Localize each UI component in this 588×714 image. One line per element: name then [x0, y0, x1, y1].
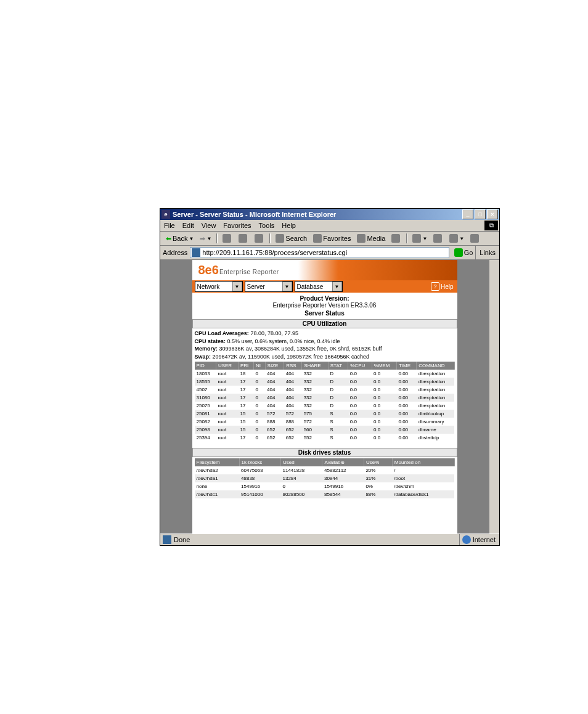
table-row: 18033root180404404332D0.00.00:00dbexpira… — [195, 370, 455, 378]
go-icon — [454, 248, 463, 257]
table-row: /dev/hda148838132843094431%/boot — [195, 474, 455, 482]
history-icon — [391, 234, 400, 243]
product-version-label: Product Version: — [192, 295, 457, 302]
proc-col-pri: PRI — [238, 362, 253, 370]
security-zone: Internet — [459, 534, 499, 545]
chevron-down-icon: ▼ — [232, 282, 242, 291]
search-button[interactable]: Search — [272, 233, 310, 244]
address-input[interactable]: http://209.11.161.75:88/process/serverst… — [190, 247, 449, 258]
cpu-stats: CPU Load Averages: 78.00, 78.00, 77.95 C… — [192, 330, 457, 360]
menu-tools[interactable]: Tools — [255, 222, 279, 229]
proc-col-share: SHARE — [302, 362, 329, 370]
chevron-down-icon: ▼ — [332, 282, 342, 291]
brand-logo: 8e6 Enterprise Reporter — [198, 263, 279, 277]
table-row: 25098root150652652560S0.00.00:00dbname — [195, 426, 455, 434]
proc-col-%mem: %MEM — [372, 362, 396, 370]
address-bar: Address http://209.11.161.75:88/process/… — [160, 246, 499, 260]
forward-button[interactable]: ➡▼ — [197, 233, 214, 244]
product-version-value: Enterprise Reporter Version ER3.3.06 — [192, 302, 457, 309]
disk-col: Available — [322, 458, 364, 466]
database-dropdown[interactable]: Database▼ — [295, 281, 343, 292]
menu-file[interactable]: File — [160, 222, 179, 229]
proc-col-time: TIME — [396, 362, 416, 370]
table-row: 25082root150888888572S0.00.00:00dbsummar… — [195, 418, 455, 426]
disk-col: Mounted on — [392, 458, 454, 466]
disk-col: Use% — [364, 458, 392, 466]
minimize-button[interactable]: _ — [462, 209, 473, 219]
print-icon — [433, 234, 442, 243]
cpu-section-header: CPU Utilization — [192, 319, 457, 328]
table-row: /dev/hda260475068114418284588211220%/ — [195, 466, 455, 474]
window-title: Server - Server Status - Microsoft Inter… — [173, 211, 461, 218]
disk-col: Filesystem — [195, 458, 240, 466]
menu-view[interactable]: View — [198, 222, 220, 229]
refresh-button[interactable] — [235, 233, 251, 244]
titlebar: e Server - Server Status - Microsoft Int… — [160, 209, 499, 220]
mail-icon — [412, 234, 421, 243]
discuss-button[interactable] — [467, 233, 483, 244]
table-row: 25075root170404404332D0.00.00:00dbexpira… — [195, 402, 455, 410]
media-icon — [357, 234, 365, 243]
links-button[interactable]: Links — [475, 246, 499, 259]
page-content: 8e6 Enterprise Reporter Network▼ Server▼ — [192, 260, 457, 533]
nav-dropdown-bar: Network▼ Server▼ Database▼ ? Help — [192, 280, 457, 293]
table-row: 25081root150572572575S0.00.00:00dbnblook… — [195, 410, 455, 418]
proc-col-command: COMMAND — [417, 362, 454, 370]
edit-button[interactable]: ▼ — [446, 233, 467, 244]
go-button[interactable]: Go — [452, 248, 476, 257]
proc-col-ni: NI — [254, 362, 266, 370]
table-row: 18535root170404404332D0.00.00:00dbexpira… — [195, 378, 455, 386]
menubar: File Edit View Favorites Tools Help ⧉ — [160, 220, 499, 232]
server-dropdown[interactable]: Server▼ — [245, 281, 293, 292]
proc-col-size: SIZE — [265, 362, 284, 370]
discuss-icon — [470, 234, 479, 243]
menu-edit[interactable]: Edit — [179, 222, 198, 229]
favorites-button[interactable]: Favorites — [310, 233, 354, 244]
table-row: 31080root170404404332D0.00.00:00dbexpira… — [195, 394, 455, 402]
proc-col-user: USER — [216, 362, 238, 370]
stop-icon — [223, 234, 231, 243]
page-icon — [192, 248, 200, 257]
browser-window: e Server - Server Status - Microsoft Int… — [160, 208, 500, 546]
help-icon: ? — [431, 282, 439, 291]
proc-col-stat: STAT — [328, 362, 348, 370]
banner: 8e6 Enterprise Reporter — [192, 260, 457, 280]
edit-icon — [449, 234, 458, 243]
disk-section-header: Disk drives status — [192, 448, 457, 457]
table-row: none1549916015499160%/dev/shm — [195, 482, 455, 490]
menu-help[interactable]: Help — [278, 222, 300, 229]
home-button[interactable] — [251, 233, 267, 244]
help-link[interactable]: ? Help — [431, 282, 457, 291]
disk-table: Filesystem1k-blocksUsedAvailableUse%Moun… — [195, 458, 455, 498]
proc-col-pid: PID — [195, 362, 216, 370]
home-icon — [255, 234, 263, 243]
media-button[interactable]: Media — [354, 233, 388, 244]
chevron-down-icon: ▼ — [282, 282, 292, 291]
proc-col-%cpu: %CPU — [348, 362, 372, 370]
mail-button[interactable]: ▼ — [409, 233, 430, 244]
status-text: Done — [174, 536, 190, 543]
table-row: /dev/hdc1951410008028850085854488%/datab… — [195, 490, 455, 498]
menu-favorites[interactable]: Favorites — [219, 222, 255, 229]
refresh-icon — [239, 234, 247, 243]
network-dropdown[interactable]: Network▼ — [195, 281, 243, 292]
process-table: PIDUSERPRINISIZERSSSHARESTAT%CPU%MEMTIME… — [195, 362, 455, 442]
address-label: Address — [163, 249, 187, 256]
address-url: http://209.11.161.75:88/process/serverst… — [202, 249, 347, 256]
history-button[interactable] — [388, 233, 404, 244]
disk-col: 1k-blocks — [239, 458, 280, 466]
table-row: 4507root170404404332D0.00.00:00dbexpirat… — [195, 386, 455, 394]
stop-button[interactable] — [219, 233, 235, 244]
toolbar: ⬅ Back ▼ ➡▼ Search Favorites Media ▼ ▼ — [160, 232, 499, 246]
vertical-scrollbar[interactable] — [489, 260, 499, 533]
done-icon — [163, 535, 171, 544]
maximize-button[interactable]: □ — [475, 209, 486, 219]
internet-zone-icon — [462, 535, 471, 544]
content-viewport: 8e6 Enterprise Reporter Network▼ Server▼ — [160, 260, 499, 533]
print-button[interactable] — [430, 233, 446, 244]
disk-col: Used — [281, 458, 322, 466]
ie-app-icon: e — [161, 210, 170, 219]
favorites-icon — [313, 234, 322, 243]
close-button[interactable]: × — [487, 209, 498, 219]
back-button[interactable]: ⬅ Back ▼ — [163, 233, 197, 244]
